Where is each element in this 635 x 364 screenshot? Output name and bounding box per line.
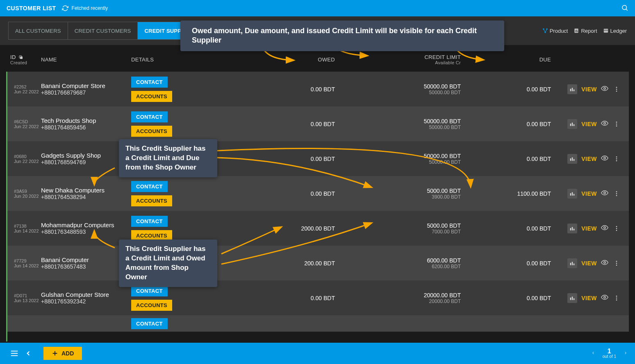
cell-details: CONTACT ACCOUNTS: [131, 181, 209, 206]
cell-due: 0.00 BDT: [461, 121, 551, 127]
svg-rect-10: [578, 31, 578, 32]
table-row[interactable]: #3A59Jun 20 2022 New Dhaka Computers+880…: [7, 176, 629, 211]
supplier-table: ID Created NAME DETAILS OWED CREDIT LIMI…: [6, 47, 629, 341]
view-button[interactable]: VIEW: [581, 225, 597, 232]
copy-icon: [18, 55, 23, 60]
row-menu-icon[interactable]: [608, 121, 625, 127]
svg-point-47: [616, 226, 617, 227]
contact-button[interactable]: CONTACT: [131, 318, 168, 329]
accounts-button[interactable]: ACCOUNTS: [131, 300, 172, 311]
eye-icon[interactable]: [601, 224, 608, 233]
table-row[interactable]: #7729Jun 14 2022 Banani Computer+8801763…: [7, 246, 629, 280]
svg-point-28: [616, 125, 617, 127]
svg-point-49: [616, 230, 617, 231]
eye-icon[interactable]: [601, 85, 608, 93]
cell-id: #7729Jun 14 2022: [11, 258, 41, 268]
svg-rect-58: [572, 296, 573, 300]
accounts-button[interactable]: ACCOUNTS: [131, 195, 172, 206]
svg-rect-11: [603, 29, 608, 32]
svg-point-34: [616, 158, 617, 159]
tab-credit-customers[interactable]: CREDIT CUSTOMERS: [68, 22, 138, 39]
contact-button[interactable]: CONTACT: [131, 77, 168, 88]
ledger-link[interactable]: Ledger: [603, 28, 627, 34]
view-button[interactable]: VIEW: [581, 86, 597, 93]
chart-icon[interactable]: [567, 84, 577, 94]
contact-button[interactable]: CONTACT: [131, 111, 168, 122]
view-button[interactable]: VIEW: [581, 260, 597, 267]
eye-icon[interactable]: [601, 189, 608, 198]
back-icon[interactable]: [21, 346, 35, 360]
eye-icon[interactable]: [601, 259, 608, 267]
contact-button[interactable]: CONTACT: [131, 181, 168, 192]
tab-all-customers[interactable]: ALL CUSTOMERS: [9, 22, 68, 39]
col-id[interactable]: ID Created: [10, 54, 41, 65]
chart-icon[interactable]: [567, 258, 577, 268]
svg-point-27: [616, 123, 617, 124]
chart-icon[interactable]: [567, 293, 577, 303]
row-menu-icon[interactable]: [608, 156, 625, 162]
cell-credit: 50000.00 BDT50000.00 BDT: [335, 118, 461, 130]
table-row[interactable]: #D071Jun 13 2022 Gulshan Computer Store+…: [7, 280, 629, 315]
cell-name: Banani Computer+8801763657483: [41, 256, 131, 270]
chart-icon[interactable]: [567, 154, 577, 164]
pager-prev-icon[interactable]: [591, 350, 595, 357]
annotation-banner: Owed amount, Due amount, and issued Cred…: [180, 20, 504, 51]
product-link[interactable]: Product: [542, 28, 568, 34]
product-icon: [542, 28, 548, 34]
cell-details: CONTACT: [131, 318, 209, 329]
cell-details: CONTACT ACCOUNTS: [131, 77, 209, 102]
pager-next-icon[interactable]: [624, 350, 628, 357]
eye-icon[interactable]: [601, 294, 608, 302]
contact-button[interactable]: CONTACT: [131, 216, 168, 227]
table-row[interactable]: CONTACT: [7, 315, 629, 332]
row-menu-icon[interactable]: [608, 225, 625, 232]
row-menu-icon[interactable]: [608, 190, 625, 197]
col-due[interactable]: DUE: [461, 57, 551, 63]
table-body[interactable]: #2262Jun 22 2022 Banani Computer Store+8…: [6, 72, 629, 341]
chart-icon[interactable]: [567, 189, 577, 199]
svg-rect-50: [570, 262, 571, 265]
accounts-button[interactable]: ACCOUNTS: [131, 126, 172, 137]
chart-icon[interactable]: [567, 224, 577, 233]
row-menu-icon[interactable]: [608, 86, 625, 93]
col-name[interactable]: NAME: [41, 57, 131, 63]
view-button[interactable]: VIEW: [581, 121, 597, 127]
report-icon: [574, 28, 579, 34]
col-credit[interactable]: CREDIT LIMIT Available Cr: [335, 54, 461, 65]
table-row[interactable]: #0680Jun 22 2022 Gadgets Supply Shop+880…: [7, 141, 629, 176]
menu-icon[interactable]: [7, 346, 21, 360]
view-button[interactable]: VIEW: [581, 295, 597, 301]
svg-rect-37: [572, 192, 573, 195]
cell-view: VIEW: [551, 293, 608, 303]
view-button[interactable]: VIEW: [581, 190, 597, 197]
eye-icon[interactable]: [601, 120, 608, 128]
col-owed[interactable]: OWED: [209, 57, 335, 63]
row-menu-icon[interactable]: [608, 260, 625, 267]
chart-icon[interactable]: [567, 119, 577, 129]
accounts-button[interactable]: ACCOUNTS: [131, 91, 172, 102]
cell-details: CONTACT ACCOUNTS: [131, 111, 209, 137]
cell-owed: 0.00 BDT: [209, 156, 335, 162]
svg-rect-57: [570, 297, 571, 300]
cell-owed: 0.00 BDT: [209, 121, 335, 127]
col-id-label: ID: [10, 54, 16, 60]
table-row[interactable]: #7138Jun 14 2022 Mohammadpur Computers+8…: [7, 211, 629, 246]
svg-rect-24: [574, 124, 574, 126]
cell-credit: 5000.00 BDT3900.00 BDT: [335, 188, 461, 200]
product-link-label: Product: [550, 28, 568, 34]
svg-point-39: [604, 192, 606, 194]
cell-due: 1100.00 BDT: [461, 190, 551, 197]
eye-icon[interactable]: [601, 154, 608, 163]
annotation-callout-owed: This Credit Supplier has a Credit Limit …: [119, 240, 217, 287]
view-button[interactable]: VIEW: [581, 156, 597, 162]
svg-rect-44: [572, 227, 573, 230]
add-button[interactable]: ADD: [43, 347, 82, 360]
cell-owed: 0.00 BDT: [209, 190, 335, 197]
refresh-status[interactable]: Fetched recently: [62, 5, 108, 11]
search-icon[interactable]: [621, 4, 628, 13]
report-link[interactable]: Report: [574, 28, 597, 34]
row-menu-icon[interactable]: [608, 295, 625, 301]
table-row[interactable]: #6C5DJun 22 2022 Tech Products Shop+8801…: [7, 106, 629, 141]
table-row[interactable]: #2262Jun 22 2022 Banani Computer Store+8…: [7, 72, 629, 106]
svg-point-60: [604, 296, 606, 298]
